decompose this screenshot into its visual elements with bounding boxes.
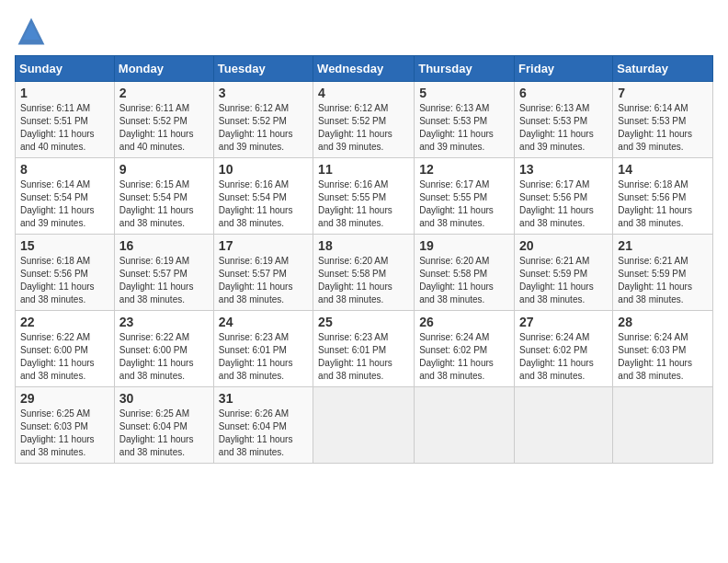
day-number: 7 [618,86,708,100]
day-number: 29 [20,391,109,406]
calendar-day-cell: 6Sunrise: 6:13 AMSunset: 5:53 PMDaylight… [515,82,613,158]
calendar-day-cell: 1Sunrise: 6:11 AMSunset: 5:51 PMDaylight… [16,82,115,158]
calendar-day-cell: 22Sunrise: 6:22 AMSunset: 6:00 PMDayligh… [16,311,115,387]
day-info: Sunrise: 6:11 AMSunset: 5:51 PMDaylight:… [20,102,109,154]
day-info: Sunrise: 6:16 AMSunset: 5:54 PMDaylight:… [219,178,308,230]
day-info: Sunrise: 6:13 AMSunset: 5:53 PMDaylight:… [419,102,509,154]
calendar-body: 1Sunrise: 6:11 AMSunset: 5:51 PMDaylight… [16,82,713,464]
day-number: 10 [219,162,308,177]
calendar-table: SundayMondayTuesdayWednesdayThursdayFrid… [15,55,713,464]
calendar-day-cell: 16Sunrise: 6:19 AMSunset: 5:57 PMDayligh… [114,235,213,311]
calendar-day-header: Tuesday [213,56,313,82]
calendar-day-header: Friday [515,56,613,82]
day-info: Sunrise: 6:15 AMSunset: 5:54 PMDaylight:… [119,178,209,230]
day-number: 27 [519,315,608,329]
logo [15,15,53,48]
calendar-day-cell: 20Sunrise: 6:21 AMSunset: 5:59 PMDayligh… [515,235,613,311]
calendar-day-cell: 13Sunrise: 6:17 AMSunset: 5:56 PMDayligh… [515,158,613,235]
calendar-day-cell: 21Sunrise: 6:21 AMSunset: 5:59 PMDayligh… [613,235,713,311]
day-info: Sunrise: 6:24 AMSunset: 6:02 PMDaylight:… [519,331,608,383]
calendar-day-header: Thursday [415,56,515,82]
day-number: 13 [519,162,608,177]
day-number: 31 [219,391,308,406]
day-info: Sunrise: 6:19 AMSunset: 5:57 PMDaylight:… [219,255,308,306]
calendar-week-row: 15Sunrise: 6:18 AMSunset: 5:56 PMDayligh… [16,235,713,311]
day-number: 3 [219,86,308,100]
calendar-day-cell: 11Sunrise: 6:16 AMSunset: 5:55 PMDayligh… [313,158,415,235]
calendar-day-cell: 12Sunrise: 6:17 AMSunset: 5:55 PMDayligh… [415,158,515,235]
day-number: 15 [20,238,109,253]
calendar-day-cell: 23Sunrise: 6:22 AMSunset: 6:00 PMDayligh… [114,311,213,387]
calendar-day-cell: 28Sunrise: 6:24 AMSunset: 6:03 PMDayligh… [613,311,713,387]
calendar-day-cell: 9Sunrise: 6:15 AMSunset: 5:54 PMDaylight… [114,158,213,235]
calendar-day-cell [515,387,613,464]
day-number: 30 [119,391,209,406]
calendar-day-header: Monday [114,56,213,82]
calendar-header-row: SundayMondayTuesdayWednesdayThursdayFrid… [16,56,713,82]
calendar-day-cell [613,387,713,464]
day-number: 20 [519,238,608,253]
calendar-day-cell: 29Sunrise: 6:25 AMSunset: 6:03 PMDayligh… [16,387,115,464]
day-info: Sunrise: 6:17 AMSunset: 5:55 PMDaylight:… [419,178,509,230]
day-number: 21 [618,238,708,253]
calendar-day-cell: 18Sunrise: 6:20 AMSunset: 5:58 PMDayligh… [313,235,415,311]
calendar-day-header: Wednesday [313,56,415,82]
calendar-day-cell: 5Sunrise: 6:13 AMSunset: 5:53 PMDaylight… [415,82,515,158]
calendar-day-cell: 27Sunrise: 6:24 AMSunset: 6:02 PMDayligh… [515,311,613,387]
day-number: 25 [318,315,409,329]
calendar-day-cell: 26Sunrise: 6:24 AMSunset: 6:02 PMDayligh… [415,311,515,387]
day-number: 9 [119,162,209,177]
calendar-day-cell: 14Sunrise: 6:18 AMSunset: 5:56 PMDayligh… [613,158,713,235]
day-number: 24 [219,315,308,329]
day-number: 11 [318,162,409,177]
calendar-day-cell: 25Sunrise: 6:23 AMSunset: 6:01 PMDayligh… [313,311,415,387]
day-info: Sunrise: 6:16 AMSunset: 5:55 PMDaylight:… [318,178,409,230]
calendar-day-cell: 17Sunrise: 6:19 AMSunset: 5:57 PMDayligh… [213,235,313,311]
day-info: Sunrise: 6:23 AMSunset: 6:01 PMDaylight:… [318,331,409,383]
calendar-week-row: 29Sunrise: 6:25 AMSunset: 6:03 PMDayligh… [16,387,713,464]
day-info: Sunrise: 6:20 AMSunset: 5:58 PMDaylight:… [318,255,409,306]
day-info: Sunrise: 6:25 AMSunset: 6:04 PMDaylight:… [119,408,209,459]
day-info: Sunrise: 6:17 AMSunset: 5:56 PMDaylight:… [519,178,608,230]
day-number: 6 [519,86,608,100]
calendar-day-cell: 2Sunrise: 6:11 AMSunset: 5:52 PMDaylight… [114,82,213,158]
day-info: Sunrise: 6:11 AMSunset: 5:52 PMDaylight:… [119,102,209,154]
day-number: 28 [618,315,708,329]
calendar-day-cell: 8Sunrise: 6:14 AMSunset: 5:54 PMDaylight… [16,158,115,235]
day-info: Sunrise: 6:23 AMSunset: 6:01 PMDaylight:… [219,331,308,383]
calendar-week-row: 8Sunrise: 6:14 AMSunset: 5:54 PMDaylight… [16,158,713,235]
calendar-day-cell: 19Sunrise: 6:20 AMSunset: 5:58 PMDayligh… [415,235,515,311]
calendar-week-row: 22Sunrise: 6:22 AMSunset: 6:00 PMDayligh… [16,311,713,387]
day-number: 1 [20,86,109,100]
day-info: Sunrise: 6:25 AMSunset: 6:03 PMDaylight:… [20,408,109,459]
calendar-day-cell: 10Sunrise: 6:16 AMSunset: 5:54 PMDayligh… [213,158,313,235]
logo-icon [15,15,48,48]
day-info: Sunrise: 6:12 AMSunset: 5:52 PMDaylight:… [318,102,409,154]
calendar-day-cell: 4Sunrise: 6:12 AMSunset: 5:52 PMDaylight… [313,82,415,158]
day-number: 4 [318,86,409,100]
calendar-day-cell: 7Sunrise: 6:14 AMSunset: 5:53 PMDaylight… [613,82,713,158]
calendar-day-cell: 3Sunrise: 6:12 AMSunset: 5:52 PMDaylight… [213,82,313,158]
day-info: Sunrise: 6:20 AMSunset: 5:58 PMDaylight:… [419,255,509,306]
day-number: 17 [219,238,308,253]
page-header [15,15,713,48]
day-info: Sunrise: 6:21 AMSunset: 5:59 PMDaylight:… [519,255,608,306]
calendar-day-cell [313,387,415,464]
day-number: 2 [119,86,209,100]
day-info: Sunrise: 6:18 AMSunset: 5:56 PMDaylight:… [618,178,708,230]
day-number: 23 [119,315,209,329]
day-info: Sunrise: 6:14 AMSunset: 5:54 PMDaylight:… [20,178,109,230]
day-number: 14 [618,162,708,177]
day-info: Sunrise: 6:14 AMSunset: 5:53 PMDaylight:… [618,102,708,154]
day-info: Sunrise: 6:21 AMSunset: 5:59 PMDaylight:… [618,255,708,306]
calendar-day-cell: 24Sunrise: 6:23 AMSunset: 6:01 PMDayligh… [213,311,313,387]
day-number: 12 [419,162,509,177]
calendar-day-cell: 15Sunrise: 6:18 AMSunset: 5:56 PMDayligh… [16,235,115,311]
day-number: 22 [20,315,109,329]
day-number: 26 [419,315,509,329]
day-info: Sunrise: 6:24 AMSunset: 6:02 PMDaylight:… [419,331,509,383]
calendar-week-row: 1Sunrise: 6:11 AMSunset: 5:51 PMDaylight… [16,82,713,158]
calendar-day-cell: 30Sunrise: 6:25 AMSunset: 6:04 PMDayligh… [114,387,213,464]
day-number: 8 [20,162,109,177]
day-info: Sunrise: 6:26 AMSunset: 6:04 PMDaylight:… [219,408,308,459]
